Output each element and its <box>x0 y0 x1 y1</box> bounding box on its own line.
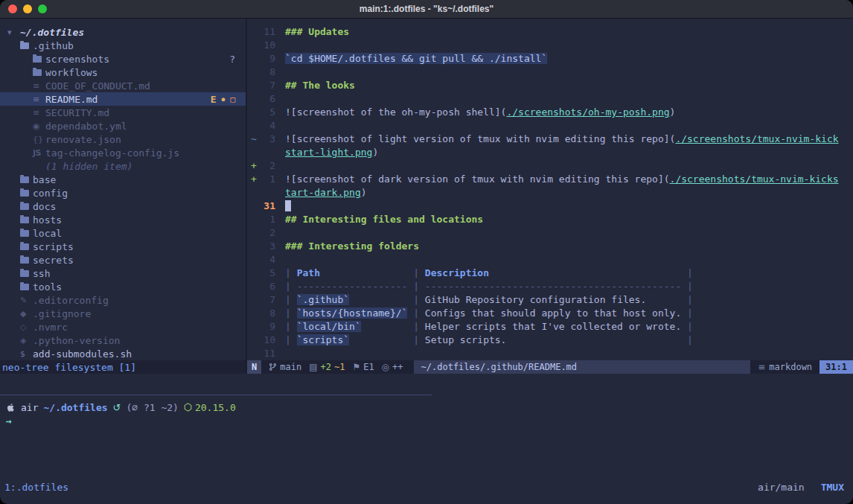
badge: E <box>211 94 217 105</box>
tree-item-tools[interactable]: tools <box>0 280 246 293</box>
editor-text-segment: Path <box>297 267 320 278</box>
gutter-sign <box>247 267 258 280</box>
gutter-sign <box>247 347 258 360</box>
close-button[interactable] <box>8 4 17 13</box>
editor-text-segment: | ------------------- | ----------------… <box>285 281 693 292</box>
editor-line[interactable]: ~3![screenshot of light version of tmux … <box>247 133 853 146</box>
editor-text-segment: ![screenshot of the oh-my-posh shell]( <box>285 106 506 118</box>
editor-text-segment: | <box>285 294 297 305</box>
editor-text-segment: `scripts` <box>297 334 349 345</box>
tree-item-tag-changelog-config-js[interactable]: JStag-changelog-config.js <box>0 146 246 159</box>
tree-item-badges: E●□ <box>211 94 246 105</box>
filetype-label: markdown <box>769 362 812 372</box>
tree-item-docs[interactable]: docs <box>0 200 246 213</box>
editor-text-segment: ./screenshots/oh-my-posh.png <box>506 106 669 118</box>
tree-item-base[interactable]: base <box>0 173 246 186</box>
tree-item-github[interactable]: .github <box>0 39 246 52</box>
editor-line[interactable]: +1![screenshot of dark version of tmux w… <box>247 173 853 186</box>
editor-line[interactable]: 11 <box>247 347 853 360</box>
editor-line[interactable]: 6| ------------------- | ---------------… <box>247 280 853 293</box>
editor-line[interactable]: 10| `scripts` | Setup scripts. | <box>247 334 853 347</box>
editor-text-segment: | <box>407 307 424 319</box>
gutter-sign <box>247 52 258 66</box>
editor-text-segment: | <box>506 334 692 345</box>
editor-line[interactable]: 1## Interesting files and locations <box>247 213 853 226</box>
editor-line[interactable]: 8 <box>247 66 853 79</box>
tree-item-readme-md[interactable]: ≡README.mdE●□ <box>0 92 246 106</box>
gutter-sign <box>247 106 258 119</box>
editor-line[interactable]: 6 <box>247 92 853 106</box>
node-hexagon-icon <box>184 403 192 412</box>
editor-line[interactable]: 3### Interesting folders <box>247 240 853 253</box>
tree-item-secrets[interactable]: secrets <box>0 253 246 267</box>
tree-item-nvmrc[interactable]: ◇.nvmrc <box>0 320 246 334</box>
editor-buffer[interactable]: 11### Updates 10 9`cd $HOME/.dotfiles &&… <box>247 19 853 360</box>
tree-item-editorconfig[interactable]: ✎.editorconfig <box>0 293 246 307</box>
tree-item-dotfiles[interactable]: ▾~/.dotfiles <box>0 25 246 39</box>
tree-item-config[interactable]: config <box>0 186 246 200</box>
extra-segment: ◎ ++ <box>382 362 403 372</box>
cursor-position: 31:1 <box>820 360 853 374</box>
tree-item-security-md[interactable]: ≡SECURITY.md <box>0 106 246 119</box>
tree-item-screenshots[interactable]: screenshots? <box>0 52 246 66</box>
tree-item-dependabot-yml[interactable]: ◉dependabot.yml <box>0 119 246 133</box>
editor-line[interactable]: 10 <box>247 39 853 52</box>
zoom-button[interactable] <box>38 4 47 13</box>
tree-item-gitignore[interactable]: ◆.gitignore <box>0 307 246 320</box>
tree-item-ssh[interactable]: ssh <box>0 267 246 280</box>
minimize-button[interactable] <box>23 4 32 13</box>
editor-line[interactable]: start-light.png) <box>247 146 853 159</box>
editor-text-segment: ./screenshots/tmux-nvim-kick <box>675 133 838 144</box>
text-cursor <box>285 200 291 211</box>
tree-item-local[interactable]: local <box>0 226 246 240</box>
gutter-sign <box>247 307 258 320</box>
tree-item-label: docs <box>33 201 56 212</box>
editor-text-segment: ![screenshot of dark version of tmux wit… <box>285 173 670 185</box>
tree-item-code-of-conduct-md[interactable]: ≡CODE_OF_CONDUCT.md <box>0 79 246 92</box>
line-number: 6 <box>258 280 275 293</box>
editor-line[interactable]: 5![screenshot of the oh-my-posh shell](.… <box>247 106 853 119</box>
tmux-workspace: ▾~/.dotfiles.githubscreenshots?workflows… <box>0 19 853 504</box>
line-number: 2 <box>258 159 275 173</box>
editor-line[interactable]: +2 <box>247 159 853 173</box>
editor-line[interactable]: 9`cd $HOME/.dotfiles && git pull && ./in… <box>247 52 853 66</box>
gutter-sign <box>247 213 258 226</box>
editor-line[interactable]: 11### Updates <box>247 25 853 39</box>
tree-item-label: .editorconfig <box>33 295 109 306</box>
shell-input-line[interactable]: → <box>6 414 853 427</box>
editor-text-segment: Setup scripts. <box>425 334 507 345</box>
tmux-window-tab[interactable]: 1:.dotfiles <box>4 482 68 493</box>
git-branch-segment: main <box>269 362 301 372</box>
editor-line[interactable]: 4 <box>247 119 853 133</box>
gutter-sign <box>247 186 258 200</box>
editor-text-segment: ./screenshots/tmux-nvim-kicks <box>670 173 839 185</box>
gutter-sign <box>247 226 258 240</box>
editor-text-segment: | <box>320 267 425 278</box>
file-tree[interactable]: ▾~/.dotfiles.githubscreenshots?workflows… <box>0 19 246 360</box>
tree-item-renovate-json[interactable]: {}renovate.json <box>0 133 246 146</box>
editor-line[interactable]: 9| `local/bin` | Helper scripts that I'v… <box>247 320 853 334</box>
editor-text-segment: ## Interesting files and locations <box>285 214 483 225</box>
tree-item-add-submodules-sh[interactable]: $add-submodules.sh <box>0 347 246 360</box>
editor-line[interactable]: 4 <box>247 253 853 267</box>
line-number: 31 <box>258 200 275 213</box>
editor-line[interactable]: 7## The looks <box>247 79 853 92</box>
editor-text-segment: ![screenshot of light version of tmux wi… <box>285 133 675 144</box>
editor-line[interactable]: tart-dark.png) <box>247 186 853 200</box>
gutter-sign <box>247 200 258 213</box>
nvim-pane: ▾~/.dotfiles.githubscreenshots?workflows… <box>0 19 853 374</box>
tree-item-label: CODE_OF_CONDUCT.md <box>45 80 150 92</box>
editor-line[interactable]: 8| `hosts/{hostname}/` | Configs that sh… <box>247 307 853 320</box>
editor-line[interactable]: 5| Path | Description | <box>247 267 853 280</box>
terminal-shell[interactable]: air ~/.dotfiles ↺ (⌀ ?1 ~2) 20.15.0 → <box>0 395 853 427</box>
node-version-segment: 20.15.0 <box>184 402 236 413</box>
tree-item-workflows[interactable]: workflows <box>0 66 246 79</box>
editor-line[interactable]: 7| `.github` | GitHub Repository configu… <box>247 293 853 307</box>
editor-line[interactable]: 2 <box>247 226 853 240</box>
editor-line[interactable]: 31 <box>247 200 853 213</box>
tree-item-1-hidden-item[interactable]: (1 hidden item) <box>0 159 246 173</box>
folder-open-icon <box>20 42 33 49</box>
tree-item-python-version[interactable]: ◈.python-version <box>0 334 246 347</box>
tree-item-scripts[interactable]: scripts <box>0 240 246 253</box>
tree-item-hosts[interactable]: hosts <box>0 213 246 226</box>
